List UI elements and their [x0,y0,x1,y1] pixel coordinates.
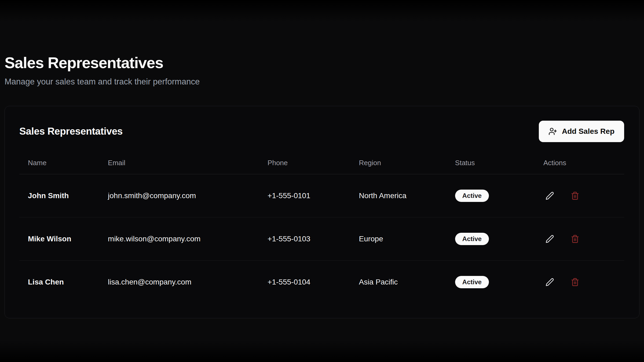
edit-button[interactable] [543,276,556,289]
status-badge: Active [455,233,489,245]
trash-icon [571,191,579,200]
cell-email: john.smith@company.com [105,174,265,217]
edit-button[interactable] [543,189,556,202]
cell-phone: +1-555-0101 [265,174,356,217]
cell-status: Active [452,174,541,217]
pencil-icon [546,278,554,286]
table-row: Mike Wilson mike.wilson@company.com +1-5… [19,217,624,261]
trash-icon [571,278,579,286]
column-header-name: Name [19,153,105,174]
cell-status: Active [452,217,541,261]
cell-phone: +1-555-0104 [265,261,356,304]
delete-button[interactable] [569,232,581,245]
trash-icon [571,235,579,243]
page-container: Sales Representatives Manage your sales … [0,54,644,318]
cell-region: Europe [356,217,452,261]
card-title: Sales Representatives [19,126,123,137]
sales-reps-card: Sales Representatives Add Sales Rep [5,106,639,318]
column-header-email: Email [105,153,265,174]
column-header-status: Status [452,153,541,174]
row-actions [543,276,621,289]
cell-status: Active [452,261,541,304]
cell-region: Asia Pacific [356,261,452,304]
cell-email: lisa.chen@company.com [105,261,265,304]
cell-region: North America [356,174,452,217]
cell-actions [541,174,624,217]
cell-name: Lisa Chen [19,261,105,304]
delete-button[interactable] [569,276,581,289]
add-sales-rep-button-label: Add Sales Rep [562,127,614,136]
cell-actions [541,217,624,261]
table-row: John Smith john.smith@company.com +1-555… [19,174,624,217]
column-header-phone: Phone [265,153,356,174]
page-title: Sales Representatives [5,54,639,72]
table-row: Lisa Chen lisa.chen@company.com +1-555-0… [19,261,624,304]
pencil-icon [546,235,554,243]
status-badge: Active [455,276,489,288]
cell-actions [541,261,624,304]
status-badge: Active [455,190,489,202]
delete-button[interactable] [569,189,581,202]
cell-email: mike.wilson@company.com [105,217,265,261]
pencil-icon [546,191,554,200]
cell-phone: +1-555-0103 [265,217,356,261]
cell-name: Mike Wilson [19,217,105,261]
add-sales-rep-button[interactable]: Add Sales Rep [539,121,624,142]
page-subtitle: Manage your sales team and track their p… [5,77,639,87]
table-header-row: Name Email Phone Region Status Actions [19,153,624,174]
cell-name: John Smith [19,174,105,217]
edit-button[interactable] [543,232,556,245]
column-header-actions: Actions [541,153,624,174]
user-plus-icon [548,127,557,136]
column-header-region: Region [356,153,452,174]
row-actions [543,189,621,202]
card-header: Sales Representatives Add Sales Rep [19,121,624,142]
row-actions [543,232,621,245]
sales-reps-table: Name Email Phone Region Status Actions J… [19,153,624,304]
